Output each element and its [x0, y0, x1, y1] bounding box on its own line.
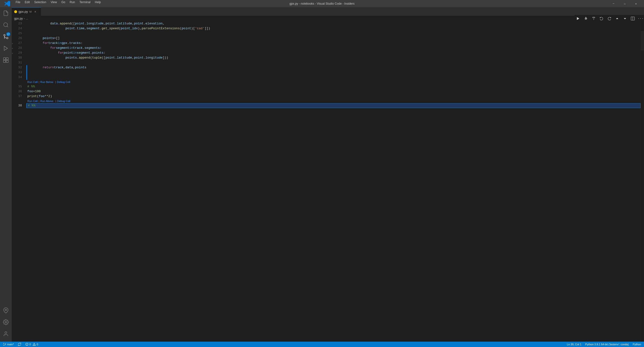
activity-search[interactable] [0, 19, 12, 31]
menu-run[interactable]: Run [68, 0, 77, 7]
editor-area: gpx.py M × gpx.py › ... [12, 7, 644, 342]
python-file-icon [14, 10, 17, 13]
svg-point-16 [27, 345, 27, 345]
status-python[interactable]: Python 3.9.1 64-bit ('testenv': conda) [584, 342, 630, 347]
clear-outputs-button[interactable] [590, 16, 597, 21]
run-button[interactable] [575, 16, 582, 21]
code-line-28: for segment in track.segments: [26, 46, 640, 50]
breadcrumb-file[interactable]: gpx.py [14, 17, 23, 20]
code-line-33 [26, 70, 640, 75]
python-version: Python 3.9.1 64-bit ('testenv': conda) [585, 343, 628, 346]
line-num-31: 31 [12, 60, 24, 65]
activity-extensions[interactable] [0, 54, 12, 66]
status-branch[interactable]: main* [2, 342, 15, 347]
status-language[interactable]: Python [632, 342, 642, 347]
cell-separator-1: Run Cell | Run Below | Debug Cell [26, 80, 640, 84]
line-num-37: 37 [12, 94, 24, 99]
menu-selection[interactable]: Selection [32, 0, 48, 7]
line-num-26: 26 [12, 36, 24, 41]
line-num-25: 25 [12, 31, 24, 36]
breadcrumb: gpx.py › ... [12, 16, 575, 21]
svg-point-10 [5, 321, 6, 323]
editor-tab[interactable]: gpx.py M × [12, 7, 41, 16]
separator-1b: | [55, 79, 56, 84]
debug-cell-link-2[interactable]: Debug Cell [57, 99, 70, 103]
separator-2a: | [38, 99, 39, 103]
status-sync[interactable] [17, 342, 22, 347]
code-area[interactable]: data.append([point.longitude, point.lati… [26, 21, 640, 342]
branch-name: main* [7, 343, 14, 346]
breadcrumb-symbol[interactable]: ... [26, 17, 28, 20]
execute-above-button[interactable] [614, 16, 620, 21]
line-num-24: 24 [12, 26, 24, 31]
code-line-25 [26, 31, 640, 36]
debug-cell-link-1[interactable]: Debug Cell [57, 79, 70, 84]
activity-run-debug[interactable] [0, 42, 12, 54]
language-name: Python [633, 343, 641, 346]
activity-settings[interactable] [0, 316, 12, 328]
titlebar: File Edit Selection View Go Run Terminal… [0, 0, 644, 7]
editor-toolbar: ··· [575, 15, 644, 22]
run-above-link[interactable]: Run Above [40, 99, 54, 103]
redo-button[interactable] [606, 16, 613, 21]
breadcrumb-toolbar-row: gpx.py › ... [12, 16, 644, 21]
restart-kernel-button[interactable] [582, 16, 589, 21]
line-num-27: 27⌄ [12, 41, 24, 46]
status-cursor[interactable]: Ln 39, Col 1 [566, 342, 582, 347]
source-control-badge: 17 [6, 32, 10, 36]
cell-sep-2-linenum [12, 99, 24, 103]
status-right: Ln 39, Col 1 Python 3.9.1 64-bit ('teste… [566, 342, 642, 347]
code-line-36: foo = 100 [26, 89, 640, 94]
svg-marker-4 [4, 46, 8, 50]
svg-point-9 [5, 309, 6, 311]
line-num-29: 29⌄ [12, 50, 24, 55]
undo-button[interactable] [598, 16, 605, 21]
breadcrumb-separator: › [24, 17, 25, 20]
maximize-button[interactable]: ☐ [619, 0, 630, 7]
run-cell-link-2[interactable]: Run Cell [27, 99, 38, 103]
cursor-position: Ln 39, Col 1 [567, 343, 581, 346]
close-button[interactable]: ✕ [630, 0, 642, 7]
activity-account[interactable] [0, 328, 12, 340]
split-editor-button[interactable] [629, 16, 636, 21]
vscode-icon [2, 0, 12, 7]
editor-content[interactable]: 23 24 25 26 27⌄ 28⌄ 29⌄ 30 31 32 33 34 3… [12, 21, 644, 342]
line-num-36: 36 [12, 89, 24, 94]
code-line-34 [26, 75, 640, 80]
svg-line-1 [7, 26, 8, 27]
menu-file[interactable]: File [14, 0, 22, 7]
svg-point-11 [5, 332, 7, 334]
minimize-button[interactable]: ─ [608, 0, 619, 7]
line-num-38: 38 [12, 103, 24, 108]
line-num-32: 32 [12, 65, 24, 70]
cell-sep-1-linenum [12, 80, 24, 84]
tab-close-button[interactable]: × [33, 9, 37, 14]
window-controls: ─ ☐ ✕ [608, 0, 642, 7]
minimap-viewport [641, 31, 644, 50]
code-line-37: print(foo ** 2) [26, 94, 640, 99]
code-line-38: # %% [26, 103, 640, 108]
line-num-35: 35 [12, 84, 24, 89]
code-line-32: return track, data, points [26, 65, 640, 70]
execute-below-button[interactable] [622, 16, 628, 21]
menu-bar: File Edit Selection View Go Run Terminal… [2, 0, 103, 7]
line-numbers: 23 24 25 26 27⌄ 28⌄ 29⌄ 30 31 32 33 34 3… [12, 21, 26, 342]
menu-go[interactable]: Go [59, 0, 67, 7]
cell-separator-2: Run Cell | Run Above | Debug Cell [26, 99, 640, 103]
menu-view[interactable]: View [48, 0, 59, 7]
activity-remote[interactable] [0, 305, 12, 316]
menu-edit[interactable]: Edit [23, 0, 32, 7]
status-errors[interactable]: 0 0 [24, 342, 39, 347]
minimap[interactable] [640, 21, 644, 342]
activity-source-control[interactable]: 17 [0, 31, 12, 42]
more-options-button[interactable]: ··· [637, 16, 644, 21]
menu-help[interactable]: Help [93, 0, 103, 7]
code-line-31 [26, 60, 640, 65]
activity-files[interactable] [0, 7, 12, 19]
line-num-28: 28⌄ [12, 46, 24, 50]
svg-point-2 [6, 37, 8, 39]
line-num-23: 23 [12, 21, 24, 26]
menu-terminal[interactable]: Terminal [78, 0, 92, 7]
status-bar: main* 0 0 Ln 39, Col 1 [0, 342, 644, 347]
code-line-29: for point in segment.points: [26, 50, 640, 55]
